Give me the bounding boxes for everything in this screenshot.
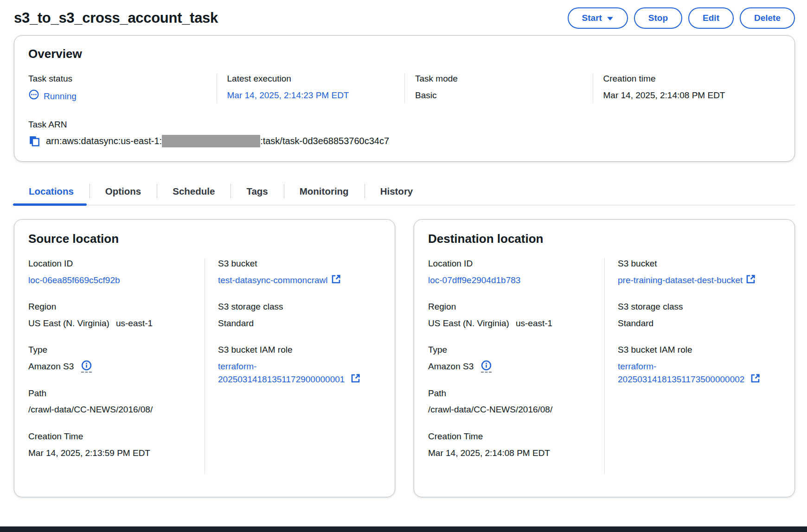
- link-text: pre-training-dataset-dest-bucket: [618, 275, 743, 285]
- edit-button-label: Edit: [703, 13, 719, 23]
- destination-type-value: Amazon S3: [428, 360, 592, 373]
- type-label: Type: [428, 344, 592, 356]
- overview-panel: Overview Task status Running Latest exec…: [14, 35, 795, 162]
- destination-s3-bucket-link[interactable]: pre-training-dataset-dest-bucket: [618, 274, 771, 287]
- source-path-field: Path /crawl-data/CC-NEWS/2016/08/: [28, 388, 192, 416]
- stop-button-label: Stop: [648, 13, 668, 23]
- start-button[interactable]: Start: [568, 7, 628, 29]
- destination-s3-iam-role-link[interactable]: terraform-20250314181351173500000002: [618, 360, 771, 386]
- delete-button[interactable]: Delete: [740, 7, 795, 29]
- destination-location-panel: Destination location Location ID loc-07d…: [414, 219, 795, 497]
- source-type-field: Type Amazon S3: [28, 344, 192, 373]
- copy-icon: [28, 135, 41, 147]
- in-progress-icon: [28, 89, 39, 104]
- task-status-column: Task status Running: [28, 73, 217, 103]
- location-id-label: Location ID: [28, 258, 192, 270]
- s3-bucket-label: S3 bucket: [218, 258, 381, 270]
- region-name: US East (N. Virginia): [428, 318, 509, 328]
- source-s3-bucket-field: S3 bucket test-datasync-commoncrawl: [218, 258, 381, 286]
- task-arn-block: Task ARN arn:aws:datasync:us-east-1::tas…: [28, 119, 781, 147]
- destination-region-value: US East (N. Virginia)us-east-1: [428, 317, 592, 330]
- start-button-label: Start: [582, 13, 602, 23]
- s3-bucket-label: S3 bucket: [618, 258, 781, 270]
- source-region-value: US East (N. Virginia)us-east-1: [28, 317, 192, 330]
- task-status-label: Task status: [28, 73, 206, 85]
- destination-right-column: S3 bucket pre-training-dataset-dest-buck…: [604, 258, 781, 474]
- destination-location-grid: Location ID loc-07dff9e2904d1b783 Region…: [428, 258, 781, 474]
- latest-execution-column: Latest execution Mar 14, 2025, 2:14:23 P…: [217, 73, 405, 103]
- source-creation-time-value: Mar 14, 2025, 2:13:59 PM EDT: [28, 447, 192, 460]
- task-status-text: Running: [44, 90, 77, 103]
- source-location-panel: Source location Location ID loc-06ea85f6…: [14, 219, 395, 497]
- page-header: s3_to_s3_cross_account_task Start Stop E…: [0, 0, 807, 33]
- creation-time-column: Creation time Mar 14, 2025, 2:14:08 PM E…: [593, 73, 781, 103]
- destination-type-field: Type Amazon S3: [428, 344, 592, 373]
- overview-heading: Overview: [28, 47, 781, 61]
- task-mode-value: Basic: [415, 89, 583, 102]
- locations-content: Source location Location ID loc-06ea85f6…: [14, 219, 795, 497]
- s3-storage-class-label: S3 storage class: [618, 301, 781, 313]
- source-s3-iam-role-field: S3 bucket IAM role terraform-20250314181…: [218, 344, 381, 386]
- caret-down-icon: [607, 16, 614, 21]
- delete-button-label: Delete: [754, 13, 781, 23]
- info-icon[interactable]: [481, 360, 492, 373]
- region-label: Region: [28, 301, 192, 313]
- source-location-id-field: Location ID loc-06ea85f669c5cf92b: [28, 258, 192, 286]
- source-left-column: Location ID loc-06ea85f669c5cf92b Region…: [28, 258, 205, 474]
- source-path-value: /crawl-data/CC-NEWS/2016/08/: [28, 403, 192, 416]
- tab-monitoring[interactable]: Monitoring: [284, 181, 365, 205]
- region-code: us-east-1: [516, 318, 552, 328]
- task-mode-column: Task mode Basic: [404, 73, 593, 103]
- bottom-edge-bar: [0, 526, 807, 532]
- link-text: test-datasync-commoncrawl: [218, 275, 328, 285]
- destination-region-field: Region US East (N. Virginia)us-east-1: [428, 301, 592, 329]
- overview-grid: Task status Running Latest execution Mar…: [28, 73, 781, 103]
- copy-arn-button[interactable]: [28, 135, 41, 147]
- destination-path-field: Path /crawl-data/CC-NEWS/2016/08/: [428, 388, 592, 416]
- link-text: terraform-20250314181351172900000001: [218, 361, 345, 384]
- external-link-icon: [351, 374, 360, 383]
- s3-storage-class-label: S3 storage class: [218, 301, 381, 313]
- source-location-id-link[interactable]: loc-06ea85f669c5cf92b: [28, 275, 120, 285]
- tab-options[interactable]: Options: [90, 181, 157, 205]
- location-id-label: Location ID: [428, 258, 592, 270]
- destination-location-id-link[interactable]: loc-07dff9e2904d1b783: [428, 275, 520, 285]
- region-name: US East (N. Virginia): [28, 318, 109, 328]
- tab-locations[interactable]: Locations: [13, 181, 90, 205]
- source-s3-iam-role-link[interactable]: terraform-20250314181351172900000001: [218, 360, 371, 386]
- s3-iam-role-label: S3 bucket IAM role: [618, 344, 781, 356]
- destination-s3-bucket-field: S3 bucket pre-training-dataset-dest-buck…: [618, 258, 781, 286]
- source-s3-bucket-link[interactable]: test-datasync-commoncrawl: [218, 274, 371, 287]
- info-icon[interactable]: [81, 360, 92, 373]
- tab-tags[interactable]: Tags: [231, 181, 283, 205]
- creation-time-label: Creation Time: [28, 431, 192, 443]
- destination-location-id-field: Location ID loc-07dff9e2904d1b783: [428, 258, 592, 286]
- task-arn-row: arn:aws:datasync:us-east-1::task/task-0d…: [28, 135, 781, 147]
- creation-time-value: Mar 14, 2025, 2:14:08 PM EDT: [603, 89, 771, 102]
- source-creation-time-field: Creation Time Mar 14, 2025, 2:13:59 PM E…: [28, 431, 192, 459]
- latest-execution-link[interactable]: Mar 14, 2025, 2:14:23 PM EDT: [227, 90, 349, 100]
- task-status-value: Running: [28, 89, 77, 104]
- source-region-field: Region US East (N. Virginia)us-east-1: [28, 301, 192, 329]
- s3-iam-role-label: S3 bucket IAM role: [218, 344, 381, 356]
- destination-location-heading: Destination location: [428, 232, 781, 246]
- source-location-grid: Location ID loc-06ea85f669c5cf92b Region…: [28, 258, 381, 474]
- task-arn-suffix: :task/task-0d3e68853760c34c7: [260, 136, 389, 146]
- latest-execution-label: Latest execution: [227, 73, 395, 85]
- task-arn-value: arn:aws:datasync:us-east-1::task/task-0d…: [46, 135, 389, 147]
- source-s3-storage-class-value: Standard: [218, 317, 371, 330]
- tab-schedule[interactable]: Schedule: [157, 181, 231, 205]
- destination-left-column: Location ID loc-07dff9e2904d1b783 Region…: [428, 258, 604, 474]
- page-title: s3_to_s3_cross_account_task: [14, 10, 218, 26]
- task-arn-prefix: arn:aws:datasync:us-east-1:: [46, 136, 162, 146]
- creation-time-label: Creation Time: [428, 431, 592, 443]
- source-s3-storage-class-field: S3 storage class Standard: [218, 301, 381, 329]
- region-label: Region: [428, 301, 592, 313]
- external-link-icon: [746, 274, 756, 284]
- edit-button[interactable]: Edit: [688, 7, 734, 29]
- link-text: terraform-20250314181351173500000002: [618, 361, 744, 384]
- task-detail-tabs: Locations Options Schedule Tags Monitori…: [13, 181, 795, 205]
- path-label: Path: [428, 388, 592, 399]
- tab-history[interactable]: History: [365, 181, 429, 205]
- stop-button[interactable]: Stop: [634, 7, 682, 29]
